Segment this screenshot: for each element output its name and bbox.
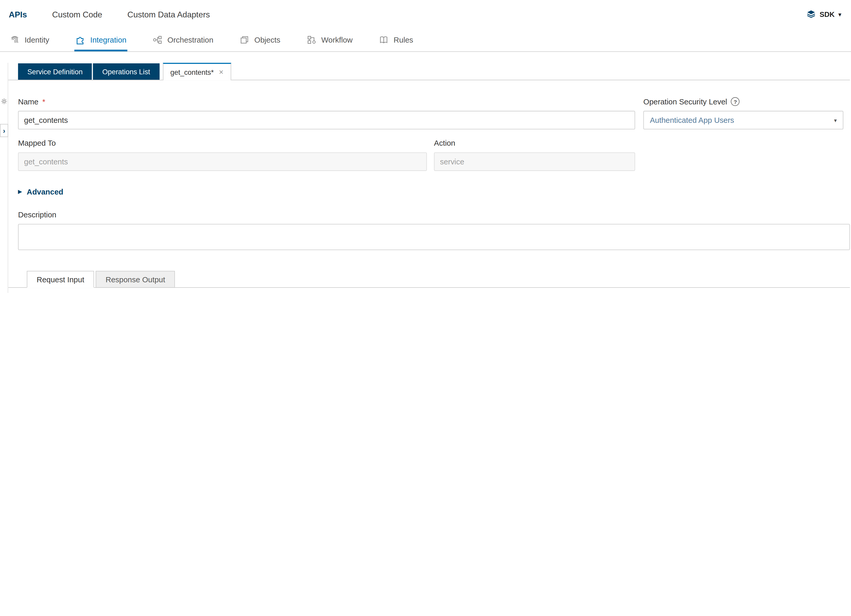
tab-request-input[interactable]: Request Input [27, 271, 94, 288]
app-window: APIs Custom Code Custom Data Adapters SD… [0, 0, 851, 293]
caret-down-icon: ▾ [839, 11, 841, 17]
chevron-right-icon: ▶ [18, 189, 22, 195]
modnav-label: Workflow [321, 36, 353, 44]
book-icon [379, 35, 389, 45]
description-label: Description [18, 210, 56, 219]
modnav-label: Objects [254, 36, 280, 44]
modnav-label: Orchestration [167, 36, 214, 44]
tab-response-output[interactable]: Response Output [96, 271, 175, 288]
operation-tabs: Service Definition Operations List get_c… [8, 63, 850, 80]
tab-operations-list[interactable]: Operations List [93, 63, 159, 80]
objects-icon [240, 35, 250, 45]
mapped-to-label: Mapped To [18, 139, 56, 147]
gear-icon [0, 97, 8, 105]
sidebar-expand-button[interactable]: › [0, 124, 8, 137]
top-bar: APIs Custom Code Custom Data Adapters SD… [0, 0, 851, 28]
modnav-orchestration[interactable]: Orchestration [152, 28, 215, 51]
layers-icon [806, 9, 816, 19]
modnav-rules[interactable]: Rules [378, 28, 414, 51]
modnav-objects[interactable]: Objects [239, 28, 281, 51]
modnav-workflow[interactable]: Workflow [305, 28, 354, 51]
fingerprint-icon [10, 35, 20, 45]
close-icon[interactable]: ✕ [219, 69, 224, 76]
topnav-custom-data-adapters[interactable]: Custom Data Adapters [127, 10, 210, 19]
modnav-label: Identity [25, 36, 50, 44]
security-level-label: Operation Security Level ? [644, 97, 740, 106]
advanced-label: Advanced [27, 187, 63, 196]
collapsed-sidebar: › [0, 63, 8, 293]
caret-down-icon: ▾ [834, 117, 837, 123]
tab-current-operation[interactable]: get_contents* ✕ [163, 63, 232, 80]
name-input[interactable] [18, 111, 635, 129]
security-level-select[interactable]: Authenticated App Users ▾ [644, 111, 843, 129]
tab-service-definition[interactable]: Service Definition [18, 63, 92, 80]
help-icon[interactable]: ? [731, 97, 740, 106]
description-textarea[interactable] [18, 224, 850, 250]
security-level-value: Authenticated App Users [650, 116, 734, 124]
modnav-label: Integration [90, 36, 126, 44]
required-asterisk: * [42, 97, 45, 106]
sdk-menu[interactable]: SDK ▾ [806, 9, 841, 19]
flow-icon [153, 35, 162, 45]
action-label: Action [434, 139, 456, 147]
workspace: › Service Definition Operations List get… [0, 63, 851, 293]
modnav-label: Rules [394, 36, 413, 44]
chevron-right-icon: › [3, 126, 5, 135]
io-tabs: Request Input Response Output [8, 271, 850, 288]
advanced-toggle[interactable]: ▶ Advanced [18, 187, 63, 196]
topnav-custom-code[interactable]: Custom Code [52, 10, 102, 19]
puzzle-icon [75, 35, 85, 45]
modnav-integration[interactable]: Integration [74, 28, 127, 51]
body-header-tabs: Body Header [8, 288, 850, 293]
topnav-apis[interactable]: APIs [9, 10, 27, 19]
modnav-identity[interactable]: Identity [9, 28, 50, 51]
content-area: Service Definition Operations List get_c… [0, 63, 851, 293]
sdk-label: SDK [819, 10, 834, 18]
name-label: Name* [18, 97, 45, 106]
workflow-icon [307, 35, 316, 45]
operation-form: Name* Operation Security Level ? Authent… [18, 80, 850, 250]
primary-nav: APIs Custom Code Custom Data Adapters [9, 10, 210, 19]
mapped-to-input [18, 153, 427, 171]
module-nav: Identity Integration Orchestration Objec… [0, 28, 851, 52]
action-input [434, 153, 635, 171]
operation-tab-label: get_contents* [170, 68, 214, 76]
